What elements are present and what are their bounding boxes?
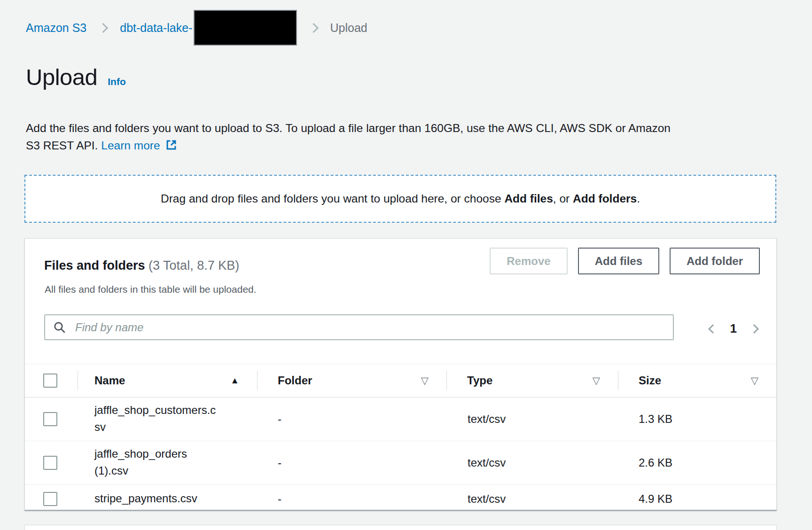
external-link-icon	[165, 139, 178, 156]
file-name-cell: jaffle_shop_orders (1).csv	[78, 441, 257, 484]
file-name-cell: stripe_payments.csv	[78, 486, 257, 512]
search-box	[44, 314, 674, 340]
next-panel-top-edge	[24, 525, 777, 530]
files-table: Name ▲ Folder ▽ Type ▽ Size ▽ jaffle_sho…	[25, 364, 776, 513]
info-link[interactable]: Info	[108, 76, 125, 87]
row-select-cell	[25, 441, 78, 484]
dropzone-text: Drag and drop files and folders you want…	[161, 192, 640, 205]
row-checkbox[interactable]	[43, 492, 57, 506]
description-line-2: S3 REST API. Learn more	[26, 137, 787, 156]
page-title: Upload	[26, 64, 97, 90]
chevron-right-icon	[308, 23, 318, 32]
panel-title: Files and folders (3 Total, 8.7 KB)	[44, 258, 239, 273]
table-row: jaffle_shop_customers.c sv-text/csv1.3 K…	[25, 398, 776, 441]
page-header: Upload Info	[26, 64, 126, 90]
column-header-type[interactable]: Type ▽	[446, 364, 618, 397]
size-cell: 1.3 KB	[618, 413, 776, 426]
learn-more-link[interactable]: Learn more	[101, 139, 160, 152]
column-label: Folder	[278, 374, 312, 387]
folder-cell: -	[257, 456, 446, 469]
breadcrumb: Amazon S3 dbt-data-lake- Upload	[26, 8, 367, 48]
type-cell: text/csv	[446, 413, 618, 426]
column-header-size[interactable]: Size ▽	[618, 364, 776, 397]
folder-cell: -	[257, 492, 446, 506]
select-all-checkbox[interactable]	[43, 374, 57, 388]
sort-ascending-icon: ▲	[230, 375, 239, 386]
files-and-folders-panel: Files and folders (3 Total, 8.7 KB) All …	[24, 238, 777, 511]
redacted-bucket-name	[194, 10, 297, 46]
panel-count: (3 Total, 8.7 KB)	[148, 258, 239, 273]
pagination: 1	[710, 321, 757, 336]
table-row: stripe_payments.csv-text/csv4.9 KB	[25, 485, 776, 513]
file-name-cell: jaffle_shop_customers.c sv	[78, 398, 257, 441]
chevron-right-icon	[98, 23, 108, 32]
table-header-row: Name ▲ Folder ▽ Type ▽ Size ▽	[25, 364, 776, 398]
type-cell: text/csv	[446, 492, 618, 506]
breadcrumb-current: Upload	[330, 21, 367, 35]
size-cell: 4.9 KB	[618, 492, 776, 506]
remove-button[interactable]: Remove	[490, 248, 567, 274]
row-select-cell	[25, 485, 78, 513]
select-all-cell	[25, 364, 78, 397]
column-label: Size	[639, 374, 661, 387]
description-line-2-text: S3 REST API.	[26, 139, 98, 152]
column-header-folder[interactable]: Folder ▽	[257, 364, 446, 397]
table-row: jaffle_shop_orders (1).csv-text/csv2.6 K…	[25, 441, 776, 485]
size-cell: 2.6 KB	[618, 456, 776, 469]
page-number[interactable]: 1	[730, 321, 737, 336]
sort-down-icon: ▽	[751, 375, 758, 386]
breadcrumb-bucket-link[interactable]: dbt-data-lake-	[120, 21, 192, 35]
row-checkbox[interactable]	[43, 456, 57, 470]
column-label: Type	[467, 374, 492, 387]
add-files-button[interactable]: Add files	[578, 248, 659, 274]
previous-page-icon[interactable]	[708, 324, 718, 334]
s3-upload-page: Amazon S3 dbt-data-lake- Upload Upload I…	[0, 0, 812, 530]
column-header-name[interactable]: Name ▲	[78, 364, 257, 397]
search-icon	[53, 320, 67, 336]
panel-note: All files and folders in this table will…	[45, 284, 257, 295]
description-line-1: Add the files and folders you want to up…	[26, 119, 787, 137]
next-page-icon[interactable]	[750, 324, 759, 334]
row-select-cell	[25, 398, 78, 441]
type-cell: text/csv	[446, 456, 618, 469]
folder-cell: -	[257, 413, 446, 426]
panel-actions: Remove Add files Add folder	[490, 248, 760, 274]
page-description: Add the files and folders you want to up…	[26, 119, 787, 156]
add-folder-button[interactable]: Add folder	[670, 248, 760, 274]
panel-title-text: Files and folders	[44, 258, 145, 273]
sort-down-icon: ▽	[421, 375, 429, 386]
breadcrumb-amazon-s3-link[interactable]: Amazon S3	[26, 21, 86, 35]
table-body: jaffle_shop_customers.c sv-text/csv1.3 K…	[25, 398, 776, 513]
row-checkbox[interactable]	[43, 412, 57, 426]
search-input[interactable]	[44, 314, 674, 340]
column-label: Name	[94, 374, 125, 387]
drag-and-drop-zone[interactable]: Drag and drop files and folders you want…	[24, 175, 776, 223]
sort-down-icon: ▽	[593, 375, 600, 386]
